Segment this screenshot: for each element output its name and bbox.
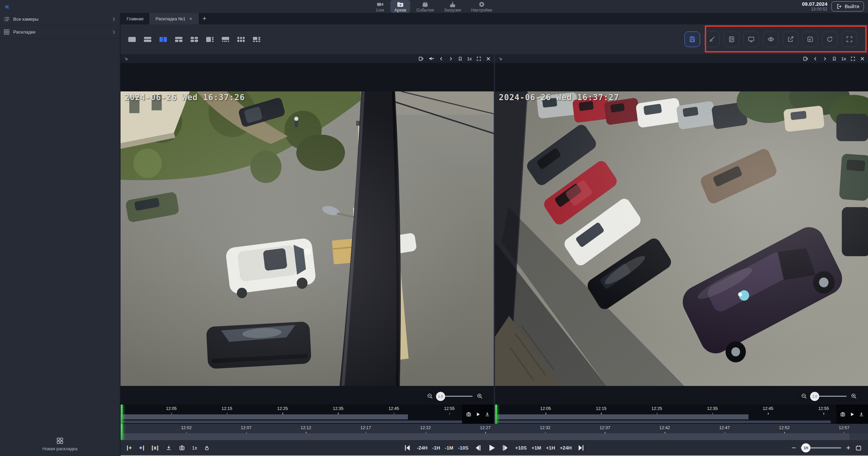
nav-events[interactable]: События: [412, 0, 438, 13]
seek-back-button[interactable]: -1M: [445, 445, 453, 451]
layout-option-one-plus-three[interactable]: [204, 34, 216, 44]
zoom-out-icon[interactable]: [801, 393, 807, 399]
snapshot-icon[interactable]: [840, 411, 846, 417]
seek-back-button[interactable]: -24H: [417, 445, 427, 451]
add-tab-button[interactable]: +: [199, 13, 210, 24]
layout-option-one-plus-five[interactable]: [251, 34, 263, 44]
play-icon[interactable]: [475, 412, 481, 417]
layout-option-one-plus-four[interactable]: [219, 34, 232, 44]
layout-option-two-rows[interactable]: [142, 34, 154, 44]
layout-option-grid-2x2[interactable]: [188, 34, 200, 44]
scale-zoom-in-button[interactable]: +: [846, 444, 850, 452]
nav-settings[interactable]: Настройки: [467, 0, 496, 13]
frame-back-button[interactable]: [474, 444, 482, 452]
panel-fullscreen-icon[interactable]: [850, 56, 855, 61]
prev-icon[interactable]: [439, 56, 444, 61]
camera-2-timeline[interactable]: 12:0512:1512:2512:3512:4512:55: [495, 405, 868, 424]
skip-to-end-button[interactable]: [577, 444, 585, 452]
playhead-marker[interactable]: [495, 405, 497, 424]
camera-1-speed-label[interactable]: 1x: [467, 56, 472, 61]
diagonal-arrow-icon[interactable]: [498, 56, 503, 61]
playback-speed-label[interactable]: 1x: [192, 445, 197, 451]
playhead-marker[interactable]: [121, 424, 123, 440]
tab-layout-1[interactable]: Раскладка №1: [149, 13, 198, 24]
recording-track-2[interactable]: [495, 420, 831, 423]
snapshot-icon[interactable]: [179, 444, 185, 451]
prev-icon[interactable]: [813, 56, 818, 61]
camera-2-video[interactable]: 2024-06-26 Wed 16:37:27 1.0: [495, 63, 868, 405]
lock-icon[interactable]: [204, 445, 210, 451]
panel-close-icon[interactable]: [486, 56, 491, 61]
monitor-button[interactable]: [743, 31, 759, 47]
seek-forward-button[interactable]: +1H: [546, 445, 555, 451]
seek-forward-button[interactable]: +1M: [531, 445, 541, 451]
export-button[interactable]: [783, 31, 798, 47]
layout-option-grid-3x2[interactable]: [235, 34, 247, 44]
journal-button[interactable]: [724, 31, 739, 47]
skip-to-start-button[interactable]: [403, 444, 411, 452]
bookmark-icon[interactable]: [832, 56, 837, 61]
download-icon[interactable]: [484, 411, 490, 417]
clear-layout-button[interactable]: [704, 31, 720, 47]
camera-1-timeline[interactable]: 12:0512:1512:2512:3512:4512:55: [121, 405, 494, 424]
mute-icon[interactable]: [428, 56, 434, 62]
nav-downloads[interactable]: Загрузки: [440, 0, 465, 13]
camera-1-zoom-slider[interactable]: 1.0: [437, 396, 473, 397]
bookmark-icon[interactable]: [458, 56, 463, 61]
play-button[interactable]: [487, 443, 496, 452]
refresh-button[interactable]: [822, 31, 838, 47]
seek-back-button[interactable]: -10S: [458, 445, 469, 451]
tab-close-icon[interactable]: [189, 17, 193, 21]
range-tool-button[interactable]: |x|: [151, 444, 159, 451]
diagonal-arrow-icon[interactable]: [124, 56, 129, 61]
nav-archive[interactable]: Архив: [390, 0, 410, 13]
zoom-in-icon[interactable]: [851, 393, 857, 399]
layout-option-single[interactable]: [126, 34, 138, 44]
range-tool-button[interactable]: |+: [127, 444, 132, 451]
camera-1-video[interactable]: 2024-06-26 Wed 16:37:26 1.0: [121, 63, 494, 405]
tab-home[interactable]: Главная: [121, 13, 149, 24]
download-icon[interactable]: [166, 444, 172, 451]
fullscreen-button[interactable]: [842, 31, 857, 47]
save-layout-button[interactable]: [685, 31, 700, 47]
resize-button[interactable]: [802, 31, 818, 47]
master-recording-track[interactable]: [121, 433, 868, 440]
snapshot-icon[interactable]: [466, 411, 472, 417]
recording-track-2[interactable]: [121, 420, 468, 423]
logout-button[interactable]: Выйти: [831, 1, 864, 12]
timeline-scale-thumb[interactable]: 1H: [801, 443, 810, 452]
calendar-icon[interactable]: [855, 444, 862, 451]
range-tool-button[interactable]: +|: [139, 444, 145, 451]
sidebar-collapse-button[interactable]: «: [5, 2, 9, 10]
camera-2-speed-label[interactable]: 1x: [841, 56, 846, 61]
zoom-out-icon[interactable]: [427, 393, 433, 399]
frame-forward-button[interactable]: [502, 444, 510, 452]
pip-icon[interactable]: [418, 56, 424, 62]
camera-2-zoom-thumb[interactable]: 1.0: [810, 392, 819, 401]
seek-forward-button[interactable]: +10S: [515, 445, 527, 451]
pip-icon[interactable]: [803, 56, 808, 62]
next-icon[interactable]: [822, 56, 827, 61]
playhead-marker[interactable]: [121, 405, 123, 424]
play-icon[interactable]: [849, 412, 855, 417]
seek-back-button[interactable]: -1H: [432, 445, 440, 451]
panel-fullscreen-icon[interactable]: [476, 56, 481, 61]
camera-2-zoom-slider[interactable]: 1.0: [811, 396, 847, 397]
layout-option-one-plus-two[interactable]: [173, 34, 185, 44]
eye-button[interactable]: [763, 31, 779, 47]
scale-zoom-out-button[interactable]: −: [791, 444, 796, 452]
seek-forward-button[interactable]: +24H: [560, 445, 572, 451]
timeline-scale-slider[interactable]: 1H: [801, 447, 841, 449]
new-layout-button[interactable]: Новая раскладка: [38, 437, 82, 452]
camera-1-zoom-thumb[interactable]: 1.0: [436, 392, 445, 401]
master-timeline[interactable]: 12:0212:0712:1212:1712:2212:2712:3212:37…: [121, 424, 868, 440]
sidebar-item-layouts[interactable]: Раскладки: [0, 26, 120, 39]
sidebar-item-all-cameras[interactable]: Все камеры: [0, 13, 120, 26]
layout-option-two-columns[interactable]: [157, 34, 169, 44]
nav-live[interactable]: Live: [372, 0, 388, 13]
panel-close-icon[interactable]: [860, 56, 865, 61]
recording-track-1[interactable]: [121, 414, 408, 419]
download-icon[interactable]: [859, 411, 864, 417]
zoom-in-icon[interactable]: [477, 393, 483, 399]
next-icon[interactable]: [448, 56, 453, 61]
